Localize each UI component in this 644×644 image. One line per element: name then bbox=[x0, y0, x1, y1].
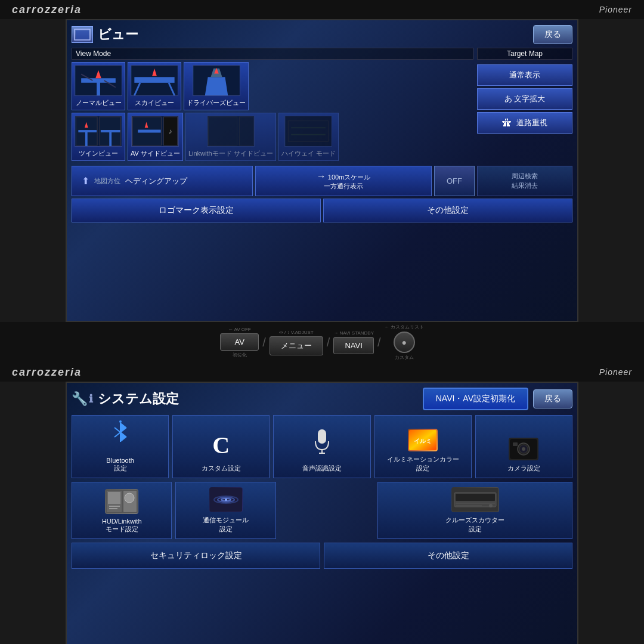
av-view-label: AV サイドビュー bbox=[131, 150, 180, 157]
illumi-setting-button[interactable]: イルミ イルミネーションカラー設定 bbox=[374, 415, 472, 478]
svg-rect-68 bbox=[456, 494, 495, 501]
road-arrow-icon: → bbox=[317, 171, 326, 181]
view-row-1: ノーマルビュー スカイビュー bbox=[72, 62, 473, 110]
hud-setting-button[interactable]: HUD/Linkwithモード設定 bbox=[72, 482, 172, 539]
bottom-other-settings-button[interactable]: その他設定 bbox=[324, 543, 572, 569]
menu-button[interactable]: メニュー bbox=[270, 336, 323, 355]
highway-view-button[interactable]: ハイウェイ モード bbox=[278, 113, 339, 161]
camera-icon bbox=[509, 438, 538, 460]
bluetooth-label: Bluetooth設定 bbox=[106, 457, 134, 473]
tsushin-setting-button[interactable]: 通信モジュール設定 bbox=[175, 482, 275, 539]
target-map-section: Target Map 通常表示 あ 文字拡大 🛣 道路重視 bbox=[477, 48, 572, 163]
view-mode-section: View Mode bbox=[72, 48, 473, 163]
av-button[interactable]: AV bbox=[220, 333, 259, 351]
divider-1: / bbox=[262, 336, 266, 349]
top-screen-title: ビュー bbox=[72, 26, 138, 44]
custom-label: カスタム設定 bbox=[202, 464, 241, 473]
other-settings-button[interactable]: その他設定 bbox=[323, 199, 572, 222]
road-scale-label: 100mスケール一方通行表示 bbox=[324, 174, 370, 190]
av-view-button[interactable]: ♪ AV サイドビュー bbox=[128, 113, 183, 161]
init-button[interactable]: NAVI・AV設定初期化 bbox=[423, 388, 528, 410]
mic-icon bbox=[313, 428, 331, 459]
illumi-icon: イルミ bbox=[408, 429, 438, 451]
av-sublabel: 初位化 bbox=[233, 352, 247, 358]
bluetooth-setting-button[interactable]: Bluetooth設定 bbox=[72, 415, 169, 478]
surrounding-search-label: 周辺検索結果消去 bbox=[512, 172, 538, 188]
svg-rect-44 bbox=[318, 429, 326, 444]
camera-setting-button[interactable]: カメラ設定 bbox=[475, 415, 572, 478]
custom-sublabel: カスタム bbox=[395, 354, 414, 361]
cruise-label: クルーズスカウター設定 bbox=[445, 516, 504, 534]
custom-button[interactable]: ● bbox=[394, 332, 415, 353]
custom-setting-button[interactable]: C カスタム設定 bbox=[172, 415, 270, 478]
twin-view-button[interactable]: ツインビュー bbox=[72, 113, 125, 161]
drivers-view-label: ドライバーズビュー bbox=[187, 99, 246, 106]
sky-view-button[interactable]: スカイビュー bbox=[128, 62, 181, 110]
av-view-thumb: ♪ bbox=[131, 116, 179, 147]
top-back-button[interactable]: 戻る bbox=[533, 25, 572, 44]
navi-button[interactable]: NAVI bbox=[333, 337, 373, 354]
road-priority-button[interactable]: 🛣 道路重視 bbox=[477, 112, 572, 134]
cruise-setting-button[interactable]: クルーズスカウター設定 bbox=[377, 482, 572, 539]
svg-text:♪: ♪ bbox=[169, 128, 173, 135]
navi-standby-label: → NAVI STANDBY bbox=[333, 330, 374, 336]
cruise-icon bbox=[451, 487, 499, 512]
bottom-brand-pioneer: Pioneer bbox=[599, 367, 632, 377]
normal-display-button[interactable]: 通常表示 bbox=[477, 64, 572, 86]
svg-point-65 bbox=[225, 499, 227, 501]
map-direction-button[interactable]: ⬆ 地図方位 ヘディングアップ bbox=[72, 166, 253, 196]
bottom-buttons: セキュリティロック設定 その他設定 bbox=[72, 543, 572, 569]
normal-view-button[interactable]: ノーマルビュー bbox=[72, 62, 125, 110]
bluetooth-icon bbox=[110, 420, 131, 452]
tsushin-label: 通信モジュール設定 bbox=[203, 516, 249, 534]
top-control-panel: ← AV OFF AV 初位化 / ⇔ / ↕ V.ADJUST メニュー / … bbox=[0, 322, 644, 363]
settings-row-1: Bluetooth設定 C カスタム設定 音声認識設定 bbox=[72, 415, 572, 478]
divider-2: / bbox=[327, 336, 330, 349]
twin-view-label: ツインビュー bbox=[79, 150, 118, 157]
spacer bbox=[280, 482, 374, 539]
security-lock-button[interactable]: セキュリティロック設定 bbox=[72, 543, 320, 569]
svg-rect-9 bbox=[134, 77, 174, 83]
svg-point-43 bbox=[119, 420, 122, 423]
svg-rect-53 bbox=[513, 442, 518, 446]
info-icon: ℹ bbox=[89, 392, 93, 405]
custom-list-label: ← カスタムリスト bbox=[385, 324, 424, 330]
text-zoom-label: あ 文字拡大 bbox=[504, 94, 546, 104]
system-header: 🔧 ℹ システム設定 NAVI・AV設定初期化 戻る bbox=[72, 388, 572, 410]
svg-point-71 bbox=[489, 504, 493, 507]
sky-view-label: スカイビュー bbox=[135, 99, 174, 106]
linkwith-view-button[interactable]: Linkwithモード サイドビュー bbox=[185, 113, 276, 161]
tsushin-icon bbox=[209, 487, 243, 512]
settings-row-2: HUD/Linkwithモード設定 通信モジュール設定 bbox=[72, 482, 572, 539]
av-group: ← AV OFF AV 初位化 bbox=[220, 327, 259, 358]
top-brand-carrozzeria: carrozzeria bbox=[12, 4, 82, 16]
logo-display-button[interactable]: ロゴマーク表示設定 bbox=[72, 199, 321, 222]
divider-3: / bbox=[377, 336, 381, 349]
bottom-back-button[interactable]: 戻る bbox=[533, 389, 572, 408]
linkwith-view-thumb bbox=[207, 116, 255, 147]
normal-view-label: ノーマルビュー bbox=[76, 99, 122, 106]
av-off-label: ← AV OFF bbox=[228, 327, 251, 332]
system-title-text: システム設定 bbox=[98, 390, 179, 408]
top-unit: carrozzeria Pioneer ビュー 戻る View Mode bbox=[0, 0, 644, 322]
middle-control-row: ⬆ 地図方位 ヘディングアップ → 100mスケール一方通行表示 OFF 周辺検… bbox=[72, 166, 572, 196]
menu-group: ⇔ / ↕ V.ADJUST メニュー bbox=[270, 330, 323, 355]
system-title: 🔧 ℹ システム設定 bbox=[72, 390, 179, 408]
road-priority-icon: 🛣 bbox=[502, 117, 512, 128]
voice-label: 音声認識設定 bbox=[302, 464, 342, 473]
sky-view-thumb bbox=[131, 65, 178, 96]
top-title-text: ビュー bbox=[98, 26, 138, 44]
drivers-view-button[interactable]: ドライバーズビュー bbox=[184, 62, 249, 110]
wrench-icon: 🔧 bbox=[72, 391, 88, 407]
linkwith-view-label: Linkwithモード サイドビュー bbox=[188, 150, 273, 157]
compass-icon: ⬆ bbox=[82, 175, 89, 187]
road-display-button[interactable]: → 100mスケール一方通行表示 bbox=[255, 166, 432, 196]
text-zoom-button[interactable]: あ 文字拡大 bbox=[477, 88, 572, 110]
map-direction-label2: ヘディングアップ bbox=[125, 176, 187, 187]
top-screen: ビュー 戻る View Mode bbox=[66, 19, 578, 322]
surrounding-search-button[interactable]: 周辺検索結果消去 bbox=[477, 166, 572, 196]
drivers-view-thumb bbox=[193, 65, 240, 96]
map-direction-label1: 地図方位 bbox=[94, 177, 120, 185]
voice-setting-button[interactable]: 音声認識設定 bbox=[273, 415, 370, 478]
off-button[interactable]: OFF bbox=[434, 166, 475, 196]
